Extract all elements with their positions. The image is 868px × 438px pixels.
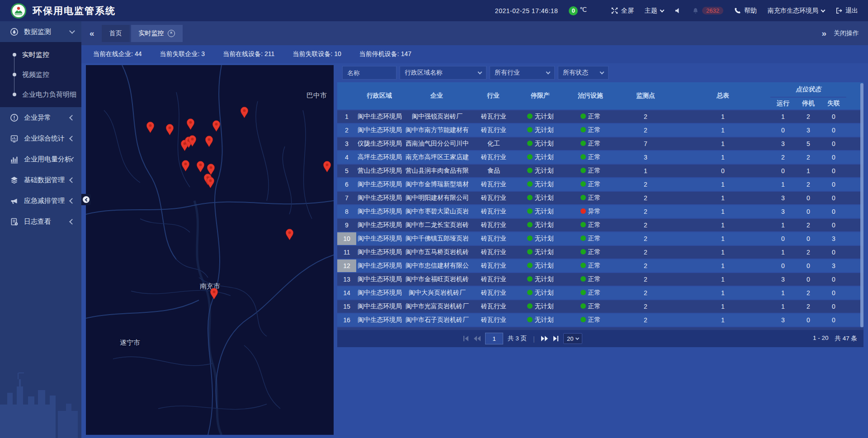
enterprise-panel: 行政区域名称 所有行业 所有状态 bbox=[337, 65, 863, 347]
name-search-input[interactable] bbox=[342, 66, 396, 80]
map-pin-icon[interactable] bbox=[210, 288, 218, 300]
org-dropdown[interactable]: 南充市生态环境局 bbox=[768, 7, 825, 15]
tab-home[interactable]: 首页 bbox=[102, 25, 130, 42]
cell-lost-count: 0 bbox=[821, 123, 846, 137]
tabs-scroll-left-button[interactable]: « bbox=[90, 28, 94, 38]
sidebar-item-0[interactable]: 数据监测 bbox=[0, 21, 81, 42]
table-row[interactable]: 16阆中生态环境局阆中市石子页岩机砖厂砖瓦行业无计划正常21300 bbox=[337, 313, 863, 327]
page-size-select[interactable]: 20 bbox=[563, 333, 582, 344]
row-index: 16 bbox=[337, 313, 356, 327]
sidebar-subitem[interactable]: 实时监控 bbox=[0, 45, 81, 65]
map-pin-icon[interactable] bbox=[323, 161, 331, 173]
cell-stop-count: 2 bbox=[796, 151, 821, 164]
tab-realtime-monitor[interactable]: 实时监控 ✕ bbox=[131, 25, 183, 42]
chevron-down-icon bbox=[660, 8, 665, 12]
cell-run-count: 0 bbox=[770, 123, 796, 137]
chevron-left-icon bbox=[69, 219, 75, 225]
col-point-status-group: 点位状态 bbox=[770, 82, 846, 97]
map-pin-icon[interactable] bbox=[188, 135, 197, 147]
table-row[interactable]: 1阆中生态环境局阆中强锐页岩砖厂砖瓦行业无计划正常21120 bbox=[337, 110, 863, 123]
status-dot-green bbox=[580, 113, 586, 119]
table-row[interactable]: 9阆中生态环境局阆中市二龙长宝页岩砖砖瓦行业无计划正常21120 bbox=[337, 218, 863, 232]
logout-icon bbox=[835, 7, 842, 14]
map-pin-icon[interactable] bbox=[146, 122, 155, 133]
sidebar-item-label: 应急减排管理 bbox=[24, 197, 70, 205]
col-limit: 停限产 bbox=[515, 82, 565, 110]
table-row[interactable]: 10阆中生态环境局阆中千佛镇五郎垭页岩砖瓦行业无计划正常21003 bbox=[337, 232, 863, 245]
table-row[interactable]: 3仪陇生态环境局西南油气田分公司川中化工无计划正常71350 bbox=[337, 137, 863, 151]
table-row[interactable]: 12阆中生态环境局阆中市忠信建材有限公砖瓦行业无计划正常21003 bbox=[337, 259, 863, 273]
last-page-button[interactable] bbox=[552, 336, 559, 341]
cell-region: 阆中生态环境局 bbox=[356, 273, 402, 286]
logout-button[interactable]: 退出 bbox=[835, 7, 858, 15]
table-row[interactable]: 2阆中生态环境局阆中市南方节能建材有砖瓦行业无计划正常21030 bbox=[337, 123, 863, 137]
sidebar-subitem[interactable]: 企业电力负荷明细 bbox=[0, 85, 81, 104]
map-pin-icon[interactable] bbox=[186, 118, 195, 130]
table-row[interactable]: 6阆中生态环境局阆中市金博瑞新型墙材砖瓦行业无计划正常21120 bbox=[337, 178, 863, 191]
theme-dropdown[interactable]: 主题 bbox=[645, 7, 664, 15]
status-dot-green bbox=[580, 141, 586, 146]
help-button[interactable]: 帮助 bbox=[734, 7, 757, 15]
sidebar-subitem-label: 实时监控 bbox=[22, 51, 49, 59]
panel-collapse-handle[interactable] bbox=[81, 194, 91, 205]
map-pin-icon[interactable] bbox=[206, 177, 215, 188]
notifications[interactable]: 2632 bbox=[692, 7, 723, 14]
status-select[interactable]: 所有状态 bbox=[558, 66, 609, 80]
map-panel[interactable]: 巴中市南充市遂宁市 bbox=[86, 65, 334, 435]
sidebar-item-3[interactable]: 企业用电量分析 bbox=[0, 149, 81, 170]
status-dot-green bbox=[580, 168, 586, 173]
chevron-left-icon bbox=[69, 198, 75, 204]
stat-item-3: 当前失联设备:10 bbox=[292, 50, 341, 58]
cell-stop-count: 2 bbox=[796, 178, 821, 191]
table-row[interactable]: 4高坪生态环境局南充市高坪区王家店建砖瓦行业无计划正常31220 bbox=[337, 151, 863, 164]
status-dot-green bbox=[527, 154, 533, 160]
table-row[interactable]: 8阆中生态环境局阆中市枣碧大梁山页岩砖瓦行业无计划异常21300 bbox=[337, 205, 863, 218]
prev-page-button[interactable] bbox=[474, 336, 481, 341]
sidebar-item-1[interactable]: 企业异常 bbox=[0, 107, 81, 128]
fullscreen-button[interactable]: 全屏 bbox=[611, 7, 634, 15]
table-row[interactable]: 14阆中生态环境局阆中大兴页岩机砖厂砖瓦行业无计划正常21120 bbox=[337, 286, 863, 300]
row-index: 13 bbox=[337, 273, 356, 286]
map-pin-icon[interactable] bbox=[165, 124, 174, 136]
map-pin-icon[interactable] bbox=[196, 161, 205, 173]
cell-industry: 砖瓦行业 bbox=[471, 273, 515, 286]
close-operations-button[interactable]: 关闭操作 bbox=[834, 29, 859, 38]
region-select[interactable]: 行政区域名称 bbox=[400, 66, 486, 80]
tabs-scroll-right-button[interactable]: » bbox=[821, 28, 826, 38]
map-pin-icon[interactable] bbox=[205, 136, 213, 147]
cell-monitor-count: 2 bbox=[616, 218, 675, 232]
sidebar-item-6[interactable]: 日志查看 bbox=[0, 211, 81, 232]
cell-limit-status: 无计划 bbox=[515, 178, 565, 191]
sidebar-item-2[interactable]: 企业综合统计 bbox=[0, 128, 81, 149]
mute-button[interactable] bbox=[675, 7, 681, 14]
close-icon[interactable]: ✕ bbox=[168, 30, 175, 37]
scrollbar[interactable] bbox=[860, 83, 863, 327]
cell-lost-count: 0 bbox=[821, 205, 846, 218]
col-industry: 行业 bbox=[471, 82, 515, 110]
table-row[interactable]: 7阆中生态环境局阆中明阳建材有限公司砖瓦行业无计划正常21300 bbox=[337, 191, 863, 205]
cell-lost-count: 0 bbox=[821, 313, 846, 327]
row-index: 7 bbox=[337, 191, 356, 205]
sidebar-subitem[interactable]: 视频监控 bbox=[0, 65, 81, 85]
cell-company: 阆中市江南镇阆南页岩 bbox=[402, 327, 471, 330]
top-header: 环保用电监管系统 2021-02-25 17:46:18 0 ℃ 全屏 主题 bbox=[0, 0, 868, 21]
table-row[interactable]: 15阆中生态环境局阆中市光富页岩机砖厂砖瓦行业无计划正常21120 bbox=[337, 300, 863, 313]
col-lost: 失联 bbox=[821, 97, 846, 110]
table-row[interactable]: 17阆中生态环境局阆中市江南镇阆南页岩砖瓦行业无计划正常21030 bbox=[337, 327, 863, 330]
map-pin-icon[interactable] bbox=[181, 160, 190, 172]
sidebar-item-4[interactable]: 基础数据管理 bbox=[0, 170, 81, 190]
first-page-button[interactable] bbox=[463, 336, 469, 341]
industry-select[interactable]: 所有行业 bbox=[490, 66, 555, 80]
cell-facility-status: 正常 bbox=[565, 232, 616, 245]
page-number-input[interactable] bbox=[485, 333, 503, 344]
megaphone-icon bbox=[10, 197, 19, 205]
map-pin-icon[interactable] bbox=[285, 229, 294, 240]
sidebar-item-5[interactable]: 应急减排管理 bbox=[0, 190, 81, 211]
map-pin-icon[interactable] bbox=[240, 107, 249, 118]
next-page-button[interactable] bbox=[541, 336, 548, 341]
map-pin-icon[interactable] bbox=[212, 120, 221, 132]
cell-company: 阆中市二龙长宝页岩砖 bbox=[402, 218, 471, 232]
table-row[interactable]: 5营山生态环境局营山县润丰肉食品有限食品无计划正常10010 bbox=[337, 164, 863, 178]
table-row[interactable]: 13阆中生态环境局阆中市金福旺页岩机砖砖瓦行业无计划正常21300 bbox=[337, 273, 863, 286]
table-row[interactable]: 11阆中生态环境局阆中市五马桥页岩机砖砖瓦行业无计划正常21120 bbox=[337, 245, 863, 259]
